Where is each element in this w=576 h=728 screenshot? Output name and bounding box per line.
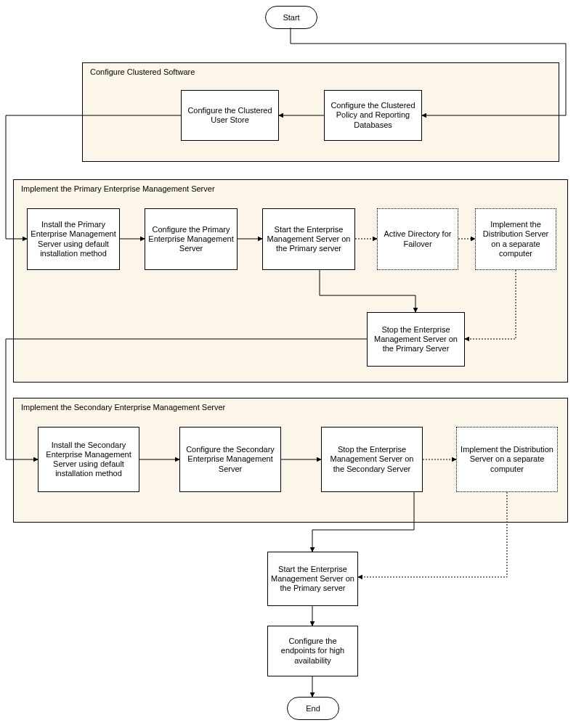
node-label: Configure the Clustered User Store bbox=[184, 106, 275, 125]
node-label: Configure the Primary Enterprise Managem… bbox=[148, 225, 234, 254]
node-dist-server-secondary: Implement the Distribution Server on a s… bbox=[456, 427, 558, 492]
node-label: Active Directory for Failover bbox=[381, 229, 455, 248]
flowchart-stage: Start End Configure Clustered Software C… bbox=[0, 0, 576, 728]
node-label: Implement the Distribution Server on a s… bbox=[479, 220, 553, 258]
group1-title: Configure Clustered Software bbox=[90, 68, 195, 76]
node-label: Configure the Clustered Policy and Repor… bbox=[328, 101, 418, 130]
node-stop-ems-secondary: Stop the Enterprise Management Server on… bbox=[321, 427, 423, 492]
node-label: Implement the Distribution Server on a s… bbox=[460, 445, 554, 474]
node-dist-server-primary: Implement the Distribution Server on a s… bbox=[475, 208, 556, 270]
node-start-ems-primary: Start the Enterprise Management Server o… bbox=[262, 208, 355, 270]
terminator-start-label: Start bbox=[283, 13, 299, 22]
node-label: Install the Primary Enterprise Managemen… bbox=[31, 220, 116, 258]
group-configure-clustered-software: Configure Clustered Software bbox=[82, 62, 559, 162]
node-label: Stop the Enterprise Management Server on… bbox=[325, 445, 419, 474]
terminator-end-label: End bbox=[306, 704, 320, 713]
terminator-end: End bbox=[287, 697, 339, 720]
node-label: Start the Enterprise Management Server o… bbox=[271, 565, 354, 594]
node-install-primary-ems: Install the Primary Enterprise Managemen… bbox=[27, 208, 120, 270]
node-label: Start the Enterprise Management Server o… bbox=[266, 225, 352, 254]
group2-title: Implement the Primary Enterprise Managem… bbox=[21, 184, 215, 193]
node-start-ems-primary-final: Start the Enterprise Management Server o… bbox=[267, 552, 358, 606]
node-active-directory-failover: Active Directory for Failover bbox=[377, 208, 458, 270]
node-stop-ems-primary: Stop the Enterprise Management Server on… bbox=[367, 312, 465, 367]
node-install-secondary-ems: Install the Secondary Enterprise Managem… bbox=[38, 427, 139, 492]
node-configure-secondary-ems: Configure the Secondary Enterprise Manag… bbox=[179, 427, 281, 492]
node-configure-primary-ems: Configure the Primary Enterprise Managem… bbox=[145, 208, 238, 270]
node-clustered-user-store: Configure the Clustered User Store bbox=[181, 90, 279, 141]
node-label: Stop the Enterprise Management Server on… bbox=[370, 325, 461, 354]
node-label: Install the Secondary Enterprise Managem… bbox=[41, 441, 136, 479]
node-clustered-policy-db: Configure the Clustered Policy and Repor… bbox=[324, 90, 422, 141]
terminator-start: Start bbox=[265, 6, 317, 29]
node-label: Configure the Secondary Enterprise Manag… bbox=[183, 445, 277, 474]
node-configure-endpoints-ha: Configure the endpoints for high availab… bbox=[267, 626, 358, 676]
group3-title: Implement the Secondary Enterprise Manag… bbox=[21, 403, 225, 412]
node-label: Configure the endpoints for high availab… bbox=[271, 637, 354, 666]
